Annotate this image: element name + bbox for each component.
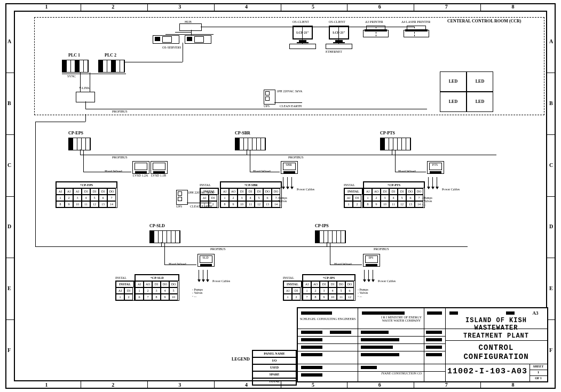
lvsd-2 [151,161,168,174]
grid-row-l-E: E [7,286,11,291]
tb-contractor: JYANE CONSTRUCTION CO [381,372,422,375]
pts-instal-table: INSTALAIDI12 [344,188,363,208]
tb-title2: CONFIGURATION [445,353,547,362]
a3-printer-label: A3 PRINTER [365,20,383,23]
grid-col-top-4: 4 [245,4,248,10]
grid-col-bot-8: 8 [512,382,515,388]
legend-title: LEGEND [232,357,250,362]
grid-col-bot-2: 2 [112,382,114,388]
tb-consultant: SCHLEGEL CONSULTING ENGINEERS [300,317,356,321]
grid-row-r-A: A [549,39,553,44]
os-client-2-label: OS-CLIENT [329,20,345,23]
cp-eps-io-table: +CP-EPSAIAIAIDIDIDIDO1234567891011121314 [56,181,117,208]
hub-box [179,23,202,31]
sld-pv: - Pumps - Valves - ... [192,288,203,298]
grid-row-l-A: A [7,39,11,44]
cp-ips-label: CP-IPS [315,224,329,228]
grid-row-l-F: F [7,348,11,353]
ups-sbr-spec: 1PH 220VAC 3kVA [188,191,214,194]
pts-hmi-label: PTS [428,163,442,166]
cp-sld-io-table: +CP-SLDAIAODIDODO12345678910 [135,274,179,301]
ips-instal-label: INSTAL [283,276,294,279]
sync-label: SYNC [67,75,76,78]
lvsd-1-label: LVSD 1.2A [132,174,148,177]
tb-dwg: 11002-I-103-A03 [445,367,530,377]
cp-ips-io-table: +CP-IPSAIAODIDIDODO123456789101112 [302,274,355,301]
a4-printer-label: A4 LASER PRINTER [401,20,430,23]
led-1: LED [440,71,467,92]
grid-col-top-3: 3 [178,4,181,10]
grid-col-top-5: 5 [312,4,314,10]
ethernet-label: ETHERNET [326,50,342,53]
lvsd-2-label: LVSD 1.1B [151,174,167,177]
grid-row-r-D: D [549,224,553,229]
cp-pts-label: CP-PTS [380,131,395,135]
grid-col-bot-3: 3 [178,382,181,388]
ips-pv: - Pumps - Valves - ... [358,288,368,298]
ips-bus-label: PROFIBUS [374,247,389,251]
a4-printer-icon [404,26,429,39]
cp-eps-label: CP-EPS [68,131,83,135]
pts-instal-label: INSTAL [344,183,355,187]
grid-row-l-D: D [7,224,11,229]
sld-pc: Power Cables [212,279,230,283]
tb-title1: CONTROL [445,343,547,353]
grid-row-r-F: F [549,348,552,353]
hub-label: HUB [185,20,192,23]
cp-sld-rack [149,230,180,243]
ylink-box [76,92,95,102]
plc2-rack [98,60,125,73]
cp-sbr-rack [235,138,266,150]
plc2-label: PLC 2 [105,53,116,58]
cp-sbr-io-table: +CP-SBRAIAODIDIDIDODO1234567891011121314 [220,181,282,208]
ups-main [264,90,275,105]
ips-instal-table: INSTALAIDI12 [283,281,302,301]
tb-sheet: SHEET [530,364,547,370]
grid-col-top-1: 1 [45,4,48,10]
os-client-1-label: OS-CLIENT [293,20,309,23]
ups-sbr-label: UPS [176,205,182,208]
cp-sld-label: CP-SLD [149,224,165,228]
cp-pts-rack [380,138,411,150]
led-4: LED [467,92,493,112]
tb-proj2: TREATMENT PLANT [445,332,547,340]
eps-bus-label: PROFIBUS [112,156,128,159]
cp-pts-io-table: +CP-PTSAIAODIDIDIDODO1234567891011121314 [363,181,425,208]
tb-proj1: ISLAND OF KISH WASTEWATER [445,317,547,332]
grid-col-bot-4: 4 [245,382,248,388]
grid-row-r-B: B [549,101,553,106]
clean-earth-main: CLEAN EARTH [280,105,302,108]
profibus-main-label: PROFIBUS [112,110,128,113]
ups-main-label: UPS [264,105,270,108]
tb-owner2: WASTE WATER COMPANY [358,319,445,322]
grid-col-bot-1: 1 [45,382,48,388]
sbr-bus-label: PROFIBUS [288,156,304,159]
sbr-hmi-label: SBR [282,163,296,166]
tb-size: A3 [526,310,544,317]
grid-col-bot-5: 5 [312,382,314,388]
grid-col-top-6: 6 [378,4,381,10]
led-2: LED [467,71,493,92]
grid-col-top-8: 8 [512,4,515,10]
grid-row-r-C: C [549,163,553,168]
clean-earth-sbr: CLEAN EARTH [190,205,212,208]
ips-hmi-label: IPS [364,256,378,259]
plc1-label: PLC 1 [68,53,80,58]
ylink-label: Y-LINK [79,86,90,90]
legend-table: PANEL NAMEI/OUSEDSPARETOTAL [252,350,297,386]
sld-instal-table: INSTALAIDI12 [115,281,135,301]
os-servers-label: OS-SERVERS [162,46,181,49]
plc1-rack [62,60,89,73]
sld-instal-label: INSTAL [115,276,127,279]
sld-hmi-label: SLD [199,256,212,259]
sbr-pc: Power Cables [297,188,314,191]
sld-bus-label: PROFIBUS [210,247,226,251]
grid-row-l-B: B [7,101,11,106]
os-client-2: LCD 21" [329,26,349,43]
pts-pc: Power Cables [442,188,460,191]
drawing-sheet: /*labels populated below*/ 1122334455667… [0,0,561,392]
tb-sheet-no: 1 [530,370,547,375]
grid-col-top-7: 7 [445,4,448,10]
led-3: LED [440,92,467,112]
ups-sbr [176,190,188,205]
